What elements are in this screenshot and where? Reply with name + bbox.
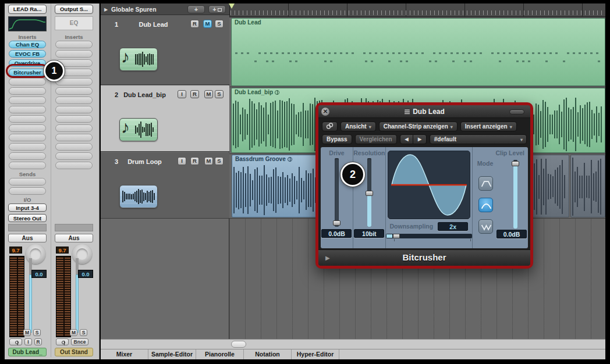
empty-insert-slot[interactable] — [55, 143, 93, 151]
bounce-button[interactable]: Bnce — [71, 338, 88, 345]
prev-preset-button[interactable]: ◀ — [400, 135, 414, 144]
empty-insert-slot[interactable] — [55, 41, 93, 48]
solo-button[interactable]: S — [80, 329, 87, 336]
tab-hyper-editor[interactable]: Hyper-Editor — [292, 349, 339, 359]
tab-sample-editor[interactable]: Sample-Editor — [148, 349, 196, 359]
duplicate-track-button[interactable]: + — [208, 5, 226, 13]
input-monitor-button[interactable]: I — [178, 90, 186, 98]
resolution-slider[interactable] — [367, 158, 371, 227]
format-stereo-button[interactable] — [56, 338, 69, 345]
tab-mixer[interactable]: Mixer — [101, 349, 148, 359]
group-slot[interactable] — [55, 224, 93, 231]
preset-select[interactable]: #default▾ — [430, 134, 527, 144]
mute-button[interactable]: M — [204, 157, 213, 165]
output-select-button[interactable]: Stereo Out — [8, 214, 47, 222]
empty-insert-slot[interactable] — [9, 106, 46, 113]
channel-strip-menu-button[interactable]: Channel-Strip anzeigen▾ — [379, 122, 458, 131]
empty-insert-slot[interactable] — [9, 162, 46, 169]
insert-menu-button[interactable]: Insert anzeigen▾ — [460, 122, 517, 131]
mode-fold-button[interactable] — [478, 176, 493, 191]
empty-insert-slot[interactable] — [55, 97, 93, 104]
drive-slider-handle[interactable] — [333, 220, 341, 226]
mute-button[interactable]: M — [23, 329, 31, 336]
empty-insert-slot[interactable] — [9, 115, 46, 123]
strip-track-name[interactable]: Out Stand — [55, 348, 93, 356]
compare-button[interactable]: Vergleichen — [355, 134, 397, 144]
fader-track[interactable] — [29, 274, 32, 333]
mute-button[interactable]: M — [203, 20, 212, 28]
empty-insert-slot[interactable] — [55, 124, 93, 132]
track-name[interactable]: Drum Loop — [101, 158, 189, 165]
empty-insert-slot[interactable] — [9, 134, 46, 141]
format-stereo-button[interactable] — [9, 338, 22, 345]
track-row-drum-loop[interactable]: 3 Drum Loop I R M S — [101, 152, 229, 219]
solo-button[interactable]: S — [33, 329, 41, 336]
input-monitor-button[interactable]: I — [24, 338, 32, 345]
empty-insert-slot[interactable] — [55, 106, 93, 113]
plugin-titlebar[interactable]: ✕ Dub Lead — [318, 105, 530, 118]
downsampling-slider-handle[interactable] — [393, 234, 400, 238]
solo-button[interactable]: S — [215, 157, 224, 165]
bar-ruler[interactable] — [229, 3, 605, 17]
horizontal-scrollbar[interactable] — [101, 339, 605, 349]
track-name[interactable]: Dub Lead_bip — [101, 91, 189, 98]
drive-value[interactable]: 0.0dB — [321, 229, 352, 238]
eq-display-thumbnail[interactable] — [8, 16, 47, 31]
link-button[interactable] — [322, 122, 338, 131]
record-enable-button[interactable]: R — [34, 338, 42, 345]
empty-insert-slot[interactable] — [9, 78, 46, 85]
strip-name-button[interactable]: Output S... — [55, 5, 93, 14]
add-track-button[interactable]: + — [187, 5, 205, 13]
insert-slot-evoc-fb[interactable]: EVOC FB — [9, 50, 46, 58]
region-dub-lead[interactable]: Dub Lead — [231, 18, 605, 86]
downsampling-slider[interactable] — [386, 234, 472, 238]
disclosure-triangle-icon[interactable]: ▶ — [104, 7, 108, 12]
empty-insert-slot[interactable] — [9, 143, 46, 151]
minimize-button[interactable] — [509, 109, 524, 115]
empty-insert-slot[interactable] — [55, 134, 93, 141]
playhead-marker[interactable] — [229, 3, 235, 9]
strip-track-name[interactable]: Dub Lead_ — [8, 348, 47, 356]
track-row-dub-lead[interactable]: 1 Dub Lead R M S ♪ — [101, 15, 229, 85]
mode-clip-button[interactable] — [478, 198, 493, 212]
drive-slider[interactable] — [335, 158, 339, 227]
empty-insert-slot[interactable] — [9, 87, 46, 95]
empty-insert-slot[interactable] — [9, 152, 46, 160]
solo-button[interactable]: S — [215, 90, 224, 98]
input-monitor-button[interactable]: I — [178, 157, 186, 165]
scrollbar-thumb[interactable] — [231, 341, 246, 348]
global-tracks-header[interactable]: ▶ Globale Spuren + + — [101, 3, 229, 15]
solo-button[interactable]: S — [215, 20, 224, 28]
empty-insert-slot[interactable] — [55, 87, 93, 95]
clip-level-slider[interactable] — [513, 160, 517, 229]
empty-insert-slot[interactable] — [55, 152, 93, 160]
track-row-dub-lead-bip[interactable]: 2 Dub Lead_bip I R M S ♪ — [101, 85, 229, 152]
downsampling-value[interactable]: 2x — [438, 222, 468, 231]
empty-insert-slot[interactable] — [55, 78, 93, 85]
empty-insert-slot[interactable] — [55, 50, 93, 58]
automation-mode-button[interactable]: Aus — [8, 234, 47, 242]
empty-insert-slot[interactable] — [55, 115, 93, 123]
region-bassdrum-loop-2[interactable] — [570, 155, 605, 217]
mode-wrap-button[interactable] — [478, 219, 493, 234]
empty-insert-slot[interactable] — [55, 162, 93, 169]
eq-slot-button[interactable]: EQ — [55, 16, 93, 30]
next-preset-button[interactable]: ▶ — [413, 135, 426, 144]
empty-insert-slot[interactable] — [9, 178, 46, 185]
empty-insert-slot[interactable] — [9, 124, 46, 132]
record-enable-button[interactable]: R — [190, 157, 199, 165]
tab-notation[interactable]: Notation — [244, 349, 292, 359]
resolution-slider-handle[interactable] — [366, 191, 373, 196]
resolution-value[interactable]: 10bit — [354, 229, 384, 238]
record-enable-button[interactable]: R — [190, 90, 199, 98]
automation-mode-button[interactable]: Aus — [55, 234, 93, 242]
strip-name-button[interactable]: LEAD Ra... — [8, 5, 47, 14]
tab-pianorolle[interactable]: Pianorolle — [196, 349, 244, 359]
mute-button[interactable]: M — [70, 329, 77, 336]
clip-level-value[interactable]: 0.0dB — [496, 230, 527, 238]
record-enable-button[interactable]: R — [190, 20, 199, 28]
empty-insert-slot[interactable] — [9, 97, 46, 104]
view-menu-button[interactable]: Ansicht▾ — [341, 122, 376, 131]
insert-slot-chan-eq[interactable]: Chan EQ — [9, 41, 46, 48]
mute-button[interactable]: M — [204, 90, 213, 98]
